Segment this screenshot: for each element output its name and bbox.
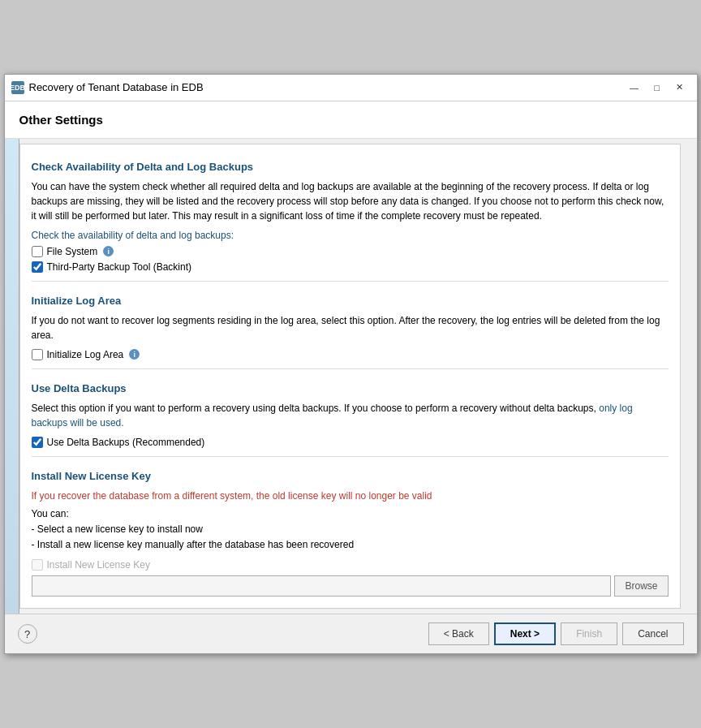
delta-log-section: Check Availability of Delta and Log Back… (32, 156, 669, 273)
app-icon: EDB (11, 81, 24, 94)
window-title: Recovery of Tenant Database in EDB (29, 81, 619, 93)
page-title: Other Settings (19, 113, 682, 127)
license-input-area: Browse (32, 575, 669, 597)
license-key-input[interactable] (32, 575, 612, 597)
finish-button[interactable]: Finish (561, 622, 617, 645)
deltabackup-label: Use Delta Backups (Recommended) (47, 437, 205, 448)
install-license-label: Install New License Key (47, 559, 150, 571)
help-button[interactable]: ? (18, 624, 37, 644)
title-bar: EDB Recovery of Tenant Database in EDB —… (5, 75, 697, 101)
footer-buttons: < Back Next > Finish Cancel (428, 622, 684, 645)
initlog-label: Initialize Log Area (47, 349, 124, 360)
footer-left: ? (18, 624, 37, 644)
license-warning: If you recover the database from a diffe… (32, 489, 669, 503)
filesystem-row: File System i (32, 246, 669, 257)
init-log-title: Initialize Log Area (32, 290, 669, 307)
window-header: Other Settings (5, 101, 697, 139)
browse-button[interactable]: Browse (614, 575, 668, 597)
cancel-button[interactable]: Cancel (622, 622, 683, 645)
back-button[interactable]: < Back (428, 622, 489, 645)
initlog-info-icon[interactable]: i (129, 349, 140, 360)
next-button[interactable]: Next > (494, 622, 556, 645)
window-controls: — □ ✕ (624, 80, 690, 96)
footer: ? < Back Next > Finish Cancel (5, 614, 697, 653)
install-license-row: Install New License Key (32, 559, 669, 571)
divider-3 (32, 456, 669, 457)
init-log-description: If you do not want to recover log segmen… (32, 313, 669, 342)
initlog-checkbox[interactable] (32, 349, 43, 360)
divider-1 (32, 281, 669, 282)
close-button[interactable]: ✕ (669, 80, 690, 96)
thirdparty-row: Third-Party Backup Tool (Backint) (32, 261, 669, 273)
main-window: EDB Recovery of Tenant Database in EDB —… (4, 74, 698, 655)
thirdparty-checkbox[interactable] (32, 261, 43, 273)
license-instructions: You can: - Select a new license key to i… (32, 506, 669, 554)
initlog-row: Initialize Log Area i (32, 349, 669, 360)
content-area: Check Availability of Delta and Log Back… (19, 144, 681, 610)
delta-backups-highlighted: only log backups will be used. (32, 403, 633, 429)
delta-log-title: Check Availability of Delta and Log Back… (32, 156, 669, 173)
minimize-button[interactable]: — (624, 80, 645, 96)
filesystem-checkbox[interactable] (32, 246, 43, 257)
init-log-section: Initialize Log Area If you do not want t… (32, 290, 669, 360)
delta-backups-section: Use Delta Backups Select this option if … (32, 377, 669, 448)
right-sidebar (684, 139, 697, 614)
license-key-title: Install New License Key (32, 465, 669, 482)
delta-backups-description: Select this option if you want to perfor… (32, 401, 669, 430)
filesystem-label: File System (47, 246, 98, 257)
window-body: Check Availability of Delta and Log Back… (5, 139, 697, 614)
thirdparty-label: Third-Party Backup Tool (Backint) (47, 261, 192, 273)
delta-log-description: You can have the system check whether al… (32, 179, 669, 223)
maximize-button[interactable]: □ (647, 80, 668, 96)
divider-2 (32, 368, 669, 369)
deltabackup-row: Use Delta Backups (Recommended) (32, 437, 669, 448)
left-sidebar-accent (5, 139, 19, 614)
delta-backups-title: Use Delta Backups (32, 377, 669, 394)
deltabackup-checkbox[interactable] (32, 437, 43, 448)
install-license-checkbox[interactable] (32, 559, 43, 571)
delta-log-label: Check the availability of delta and log … (32, 230, 669, 241)
license-key-section: Install New License Key If you recover t… (32, 465, 669, 597)
filesystem-info-icon[interactable]: i (103, 246, 114, 256)
